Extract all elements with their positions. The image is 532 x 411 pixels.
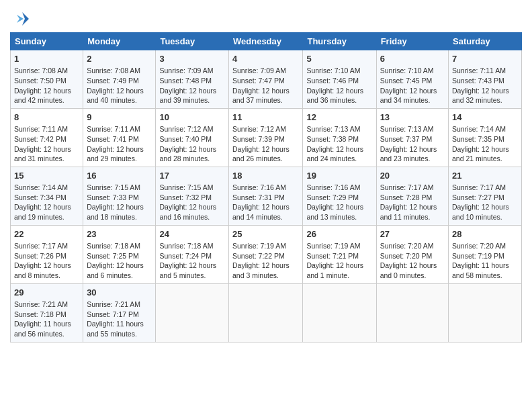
day-info: Sunrise: 7:09 AM Sunset: 7:48 PM Dayligh…	[159, 66, 225, 105]
day-number: 3	[159, 53, 225, 65]
day-info: Sunrise: 7:11 AM Sunset: 7:42 PM Dayligh…	[14, 124, 79, 164]
day-info: Sunrise: 7:15 AM Sunset: 7:33 PM Dayligh…	[87, 183, 152, 222]
calendar-day: 7Sunrise: 7:11 AM Sunset: 7:43 PM Daylig…	[449, 50, 522, 109]
calendar-day	[449, 283, 522, 342]
day-number: 28	[452, 228, 518, 240]
day-number: 29	[14, 287, 79, 299]
day-info: Sunrise: 7:11 AM Sunset: 7:43 PM Dayligh…	[452, 66, 518, 105]
header	[10, 7, 522, 28]
day-info: Sunrise: 7:21 AM Sunset: 7:18 PM Dayligh…	[14, 300, 79, 339]
calendar-day: 12Sunrise: 7:13 AM Sunset: 7:38 PM Dayli…	[303, 108, 376, 167]
calendar-day	[303, 283, 376, 342]
day-info: Sunrise: 7:19 AM Sunset: 7:22 PM Dayligh…	[232, 241, 299, 281]
day-info: Sunrise: 7:18 AM Sunset: 7:25 PM Dayligh…	[87, 241, 152, 281]
day-number: 24	[159, 228, 225, 240]
day-info: Sunrise: 7:12 AM Sunset: 7:39 PM Dayligh…	[232, 124, 299, 164]
day-number: 23	[87, 228, 152, 240]
day-info: Sunrise: 7:20 AM Sunset: 7:19 PM Dayligh…	[452, 241, 518, 281]
calendar-header-tuesday: Tuesday	[156, 33, 229, 50]
day-info: Sunrise: 7:10 AM Sunset: 7:46 PM Dayligh…	[306, 66, 372, 105]
day-info: Sunrise: 7:11 AM Sunset: 7:41 PM Dayligh…	[87, 124, 152, 164]
calendar-header-saturday: Saturday	[449, 33, 522, 50]
calendar-day: 30Sunrise: 7:21 AM Sunset: 7:17 PM Dayli…	[83, 283, 156, 342]
day-number: 4	[232, 53, 299, 65]
day-info: Sunrise: 7:16 AM Sunset: 7:31 PM Dayligh…	[232, 183, 299, 222]
day-info: Sunrise: 7:08 AM Sunset: 7:49 PM Dayligh…	[87, 66, 152, 105]
day-number: 6	[380, 53, 445, 65]
calendar-day: 23Sunrise: 7:18 AM Sunset: 7:25 PM Dayli…	[83, 225, 156, 283]
calendar-day: 17Sunrise: 7:15 AM Sunset: 7:32 PM Dayli…	[156, 167, 229, 225]
day-number: 30	[87, 287, 152, 299]
calendar-day: 1Sunrise: 7:08 AM Sunset: 7:50 PM Daylig…	[11, 50, 83, 109]
calendar-header-friday: Friday	[376, 33, 448, 50]
day-info: Sunrise: 7:20 AM Sunset: 7:20 PM Dayligh…	[380, 241, 445, 281]
calendar-week-1: 1Sunrise: 7:08 AM Sunset: 7:50 PM Daylig…	[11, 50, 522, 109]
day-number: 17	[159, 170, 225, 182]
day-number: 5	[306, 53, 372, 65]
svg-marker-2	[17, 15, 24, 23]
day-info: Sunrise: 7:08 AM Sunset: 7:50 PM Dayligh…	[14, 66, 79, 105]
logo-icon	[10, 9, 29, 28]
day-number: 15	[14, 170, 79, 182]
day-info: Sunrise: 7:21 AM Sunset: 7:17 PM Dayligh…	[87, 300, 152, 339]
calendar-day: 15Sunrise: 7:14 AM Sunset: 7:34 PM Dayli…	[11, 167, 83, 225]
calendar-day: 26Sunrise: 7:19 AM Sunset: 7:21 PM Dayli…	[303, 225, 376, 283]
logo	[10, 9, 30, 28]
calendar-day: 5Sunrise: 7:10 AM Sunset: 7:46 PM Daylig…	[303, 50, 376, 109]
calendar-day: 3Sunrise: 7:09 AM Sunset: 7:48 PM Daylig…	[156, 50, 229, 109]
day-info: Sunrise: 7:19 AM Sunset: 7:21 PM Dayligh…	[306, 241, 372, 281]
day-number: 9	[87, 111, 152, 124]
calendar-week-4: 22Sunrise: 7:17 AM Sunset: 7:26 PM Dayli…	[11, 225, 522, 283]
day-number: 19	[306, 170, 372, 182]
day-number: 13	[380, 111, 445, 124]
day-number: 11	[232, 111, 299, 124]
day-info: Sunrise: 7:17 AM Sunset: 7:28 PM Dayligh…	[380, 183, 445, 222]
day-info: Sunrise: 7:13 AM Sunset: 7:38 PM Dayligh…	[306, 124, 372, 164]
calendar-day: 8Sunrise: 7:11 AM Sunset: 7:42 PM Daylig…	[11, 108, 83, 167]
calendar-day: 16Sunrise: 7:15 AM Sunset: 7:33 PM Dayli…	[83, 167, 156, 225]
calendar-day: 25Sunrise: 7:19 AM Sunset: 7:22 PM Dayli…	[229, 225, 303, 283]
calendar-day: 14Sunrise: 7:14 AM Sunset: 7:35 PM Dayli…	[449, 108, 522, 167]
calendar-day	[376, 283, 448, 342]
day-number: 14	[452, 111, 518, 124]
calendar-header-sunday: Sunday	[11, 33, 83, 50]
calendar-week-2: 8Sunrise: 7:11 AM Sunset: 7:42 PM Daylig…	[11, 108, 522, 167]
day-number: 7	[452, 53, 518, 65]
day-info: Sunrise: 7:14 AM Sunset: 7:35 PM Dayligh…	[452, 124, 518, 164]
day-info: Sunrise: 7:16 AM Sunset: 7:29 PM Dayligh…	[306, 183, 372, 222]
day-info: Sunrise: 7:14 AM Sunset: 7:34 PM Dayligh…	[14, 183, 79, 222]
day-number: 26	[306, 228, 372, 240]
day-number: 18	[232, 170, 299, 182]
day-number: 21	[452, 170, 518, 182]
calendar-day	[156, 283, 229, 342]
calendar-header-wednesday: Wednesday	[229, 33, 303, 50]
calendar-day: 10Sunrise: 7:12 AM Sunset: 7:40 PM Dayli…	[156, 108, 229, 167]
day-number: 27	[380, 228, 445, 240]
calendar-day: 9Sunrise: 7:11 AM Sunset: 7:41 PM Daylig…	[83, 108, 156, 167]
day-number: 16	[87, 170, 152, 182]
calendar-day: 4Sunrise: 7:09 AM Sunset: 7:47 PM Daylig…	[229, 50, 303, 109]
calendar-day	[229, 283, 303, 342]
day-number: 8	[14, 111, 79, 124]
day-number: 12	[306, 111, 372, 124]
day-info: Sunrise: 7:17 AM Sunset: 7:26 PM Dayligh…	[14, 241, 79, 281]
calendar-day: 29Sunrise: 7:21 AM Sunset: 7:18 PM Dayli…	[11, 283, 83, 342]
calendar-header-row: SundayMondayTuesdayWednesdayThursdayFrid…	[11, 33, 522, 50]
calendar-week-5: 29Sunrise: 7:21 AM Sunset: 7:18 PM Dayli…	[11, 283, 522, 342]
day-info: Sunrise: 7:15 AM Sunset: 7:32 PM Dayligh…	[159, 183, 225, 222]
calendar-day: 13Sunrise: 7:13 AM Sunset: 7:37 PM Dayli…	[376, 108, 448, 167]
day-info: Sunrise: 7:13 AM Sunset: 7:37 PM Dayligh…	[380, 124, 445, 164]
day-number: 10	[159, 111, 225, 124]
calendar-day: 19Sunrise: 7:16 AM Sunset: 7:29 PM Dayli…	[303, 167, 376, 225]
day-number: 25	[232, 228, 299, 240]
calendar-day: 18Sunrise: 7:16 AM Sunset: 7:31 PM Dayli…	[229, 167, 303, 225]
day-number: 22	[14, 228, 79, 240]
calendar-day: 22Sunrise: 7:17 AM Sunset: 7:26 PM Dayli…	[11, 225, 83, 283]
calendar-day: 21Sunrise: 7:17 AM Sunset: 7:27 PM Dayli…	[449, 167, 522, 225]
main-container: SundayMondayTuesdayWednesdayThursdayFrid…	[0, 0, 532, 349]
calendar-day: 27Sunrise: 7:20 AM Sunset: 7:20 PM Dayli…	[376, 225, 448, 283]
calendar-day: 2Sunrise: 7:08 AM Sunset: 7:49 PM Daylig…	[83, 50, 156, 109]
day-info: Sunrise: 7:12 AM Sunset: 7:40 PM Dayligh…	[159, 124, 225, 164]
calendar-day: 11Sunrise: 7:12 AM Sunset: 7:39 PM Dayli…	[229, 108, 303, 167]
day-info: Sunrise: 7:18 AM Sunset: 7:24 PM Dayligh…	[159, 241, 225, 281]
